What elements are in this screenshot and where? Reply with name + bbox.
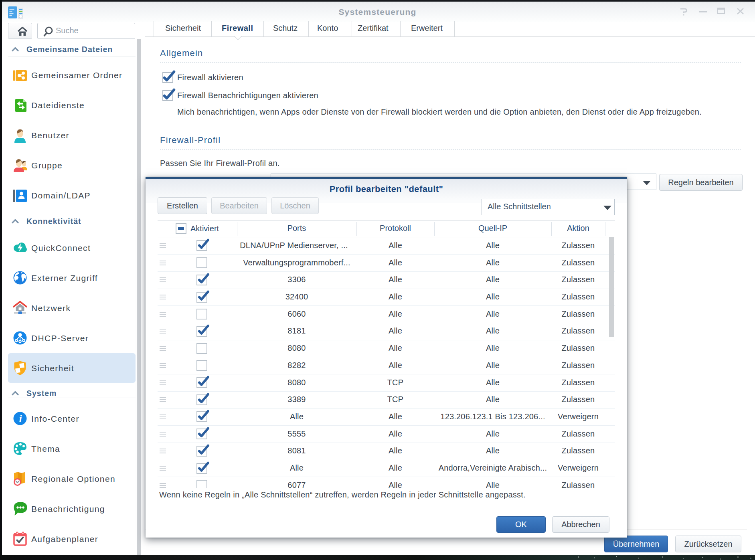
svg-text:i: i <box>19 413 22 425</box>
